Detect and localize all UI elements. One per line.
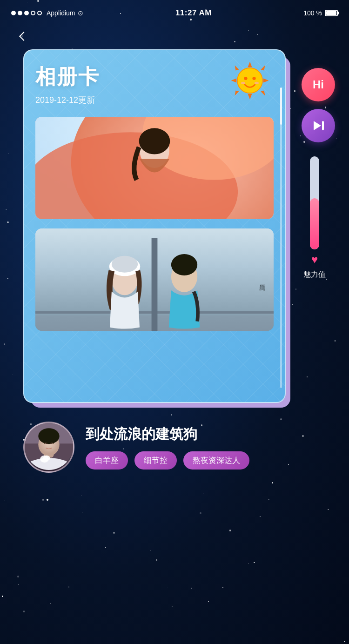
svg-point-9 (244, 77, 247, 80)
status-time: 11:27 AM (175, 8, 212, 18)
svg-rect-22 (152, 238, 158, 331)
wifi-icon: ⊙ (78, 9, 83, 17)
status-right: 100 % (303, 9, 338, 17)
battery-fill (326, 11, 336, 15)
svg-marker-5 (261, 91, 265, 96)
profile-info: 到处流浪的建筑狗 白羊座 细节控 熬夜资深达人 (86, 425, 330, 470)
side-panel: Hi ♥ 魅力值 (294, 49, 335, 403)
svg-marker-0 (248, 62, 252, 67)
status-left: Applidium ⊙ (11, 9, 83, 17)
signal-dot-4 (31, 11, 35, 15)
tag-2[interactable]: 细节控 (134, 451, 177, 470)
album-card[interactable]: 相册卡 2019-12-12更新 (23, 49, 286, 403)
profile-section: 到处流浪的建筑狗 白羊座 细节控 熬夜资深达人 (0, 403, 349, 487)
svg-point-35 (38, 428, 59, 444)
svg-marker-7 (261, 66, 265, 71)
svg-point-10 (252, 77, 255, 80)
battery-icon (325, 10, 338, 16)
svg-marker-28 (314, 121, 321, 130)
tag-3[interactable]: 熬夜资深达人 (183, 451, 249, 470)
svg-marker-2 (231, 79, 237, 83)
avatar-inner (25, 423, 73, 471)
svg-point-27 (171, 254, 197, 275)
svg-marker-1 (248, 94, 252, 100)
svg-point-25 (112, 256, 138, 273)
profile-name: 到处流浪的建筑狗 (86, 425, 330, 444)
charm-label: 魅力值 (303, 270, 326, 280)
charm-heart-icon: ♥ (311, 253, 318, 266)
svg-point-12 (255, 82, 259, 84)
card-area: 相册卡 2019-12-12更新 (23, 49, 286, 403)
avatar[interactable] (23, 422, 74, 473)
status-bar: Applidium ⊙ 11:27 AM 100 % (0, 0, 349, 23)
sun-decoration (229, 60, 271, 101)
photo-1 (35, 117, 274, 219)
side-buttons: Hi (302, 49, 335, 142)
main-content: 相册卡 2019-12-12更新 (0, 45, 349, 403)
play-next-button[interactable] (302, 109, 335, 142)
card-scrollbar[interactable] (280, 87, 282, 388)
back-button[interactable] (14, 28, 31, 45)
svg-marker-4 (235, 66, 239, 71)
svg-point-11 (241, 82, 245, 84)
signal-dot-1 (11, 11, 16, 15)
profile-tags: 白羊座 细节控 熬夜资深达人 (86, 451, 330, 470)
charm-bar-container (310, 156, 319, 249)
battery-percent: 100 % (303, 9, 322, 17)
svg-marker-3 (263, 79, 269, 83)
battery-body (325, 10, 338, 16)
hi-button[interactable]: Hi (302, 68, 335, 101)
avatar-image (25, 422, 73, 471)
carrier-name: Applidium (47, 9, 75, 17)
svg-point-18 (139, 128, 170, 154)
signal-dots (11, 11, 42, 15)
svg-marker-6 (235, 91, 239, 96)
signal-dot-2 (18, 11, 22, 15)
play-next-icon (310, 117, 327, 134)
signal-dot-3 (24, 11, 29, 15)
charm-bar-fill (310, 198, 319, 249)
hi-label: Hi (313, 78, 324, 91)
charm-meter: ♥ 魅力值 (303, 156, 326, 280)
svg-point-37 (43, 456, 50, 461)
svg-point-8 (237, 68, 262, 93)
signal-dot-5 (37, 11, 42, 15)
back-arrow-icon (19, 32, 28, 41)
photo-2: 厦门 (35, 228, 274, 331)
tag-1[interactable]: 白羊座 (86, 451, 128, 470)
svg-rect-29 (322, 121, 324, 130)
card-scrollbar-thumb (280, 87, 282, 125)
